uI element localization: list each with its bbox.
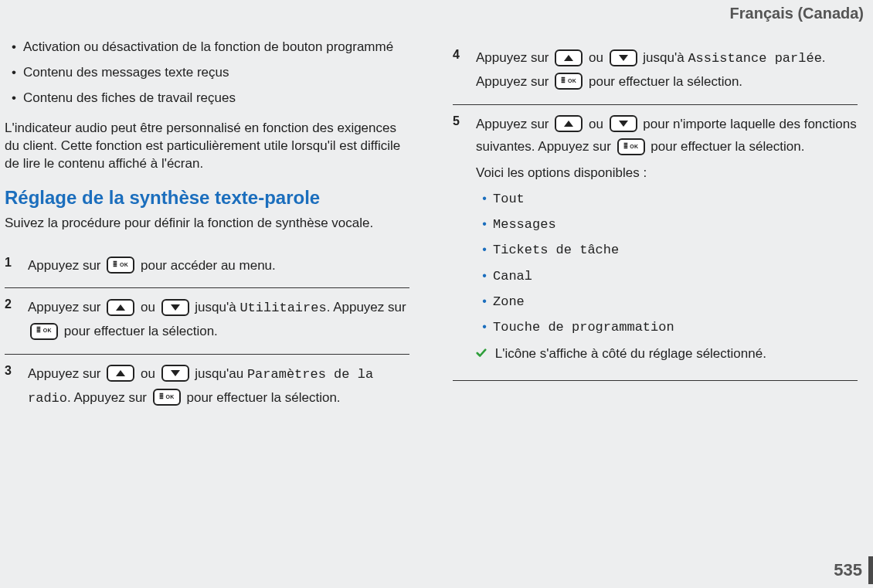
list-item: Zone	[476, 291, 858, 312]
step-number: 4	[453, 46, 468, 93]
option-code: Touche de programmation	[493, 317, 674, 338]
step-body: Appuyez sur ou jusqu'à Assistance parlée…	[476, 46, 858, 93]
steps-list-left: 1 Appuyez sur pour accéder au menu. 2 Ap…	[5, 246, 409, 421]
step-text: jusqu'à	[643, 50, 688, 65]
list-item: Tout	[476, 189, 858, 209]
step-text: Appuyez sur	[476, 117, 552, 131]
option-code: Messages	[493, 214, 556, 235]
section-heading: Réglage de la synthèse texte-parole	[5, 187, 409, 209]
list-item: Canal	[476, 266, 858, 287]
list-item: Messages	[476, 214, 858, 235]
bullet-text: Contenu des fiches de travail reçues	[23, 90, 236, 107]
ok-button-icon	[617, 138, 645, 155]
step-5: 5 Appuyez sur ou pour n'importe laquelle…	[453, 105, 858, 382]
options-list: Tout Messages Tickets de tâche Canal Zon…	[476, 189, 858, 338]
step-text: ou	[141, 300, 159, 314]
step-body: Appuyez sur ou jusqu'au Paramètres de la…	[28, 362, 409, 410]
checkmark-icon	[476, 348, 487, 359]
step-text: pour effectuer la sélection.	[64, 324, 218, 338]
intro-paragraph: L'indicateur audio peut être personnalis…	[5, 120, 409, 173]
list-item: Contenu des messages texte reçus	[5, 64, 409, 82]
step-2: 2 Appuyez sur ou jusqu'à Utilitaires. Ap…	[5, 288, 409, 355]
step-number: 1	[5, 254, 20, 277]
up-button-icon	[555, 115, 583, 132]
note-text: L'icône s'affiche à côté du réglage séle…	[491, 346, 766, 361]
list-item: Activation ou désactivation de la foncti…	[5, 39, 409, 56]
page-number: 535	[834, 560, 862, 580]
page: Français (Canada) Activation ou désactiv…	[0, 0, 873, 588]
step-number: 3	[5, 362, 20, 410]
step-text: . Appuyez sur	[67, 390, 151, 405]
step-4: 4 Appuyez sur ou jusqu'à Assistance parl…	[453, 39, 858, 105]
list-item: Tickets de tâche	[476, 240, 858, 260]
list-item: Contenu des fiches de travail reçues	[5, 90, 409, 107]
content-columns: Activation ou désactivation de la foncti…	[0, 0, 873, 420]
step-text: ou	[589, 117, 607, 131]
step-text: Appuyez sur	[28, 258, 104, 273]
menu-code: Utilitaires	[239, 301, 326, 315]
list-item: Touche de programmation	[476, 317, 858, 338]
step-text: pour accéder au menu.	[141, 258, 276, 273]
step-text: . Appuyez sur	[327, 300, 406, 314]
step-text: pour effectuer la sélection.	[186, 390, 340, 405]
ok-button-icon	[30, 323, 58, 340]
step-text: jusqu'au	[195, 366, 247, 381]
options-block: Voici les options disponibles : Tout Mes…	[476, 165, 858, 363]
option-code: Tout	[493, 189, 525, 209]
step-text: pour effectuer la sélection.	[651, 139, 804, 154]
side-tab-marker	[868, 556, 873, 584]
step-number: 2	[5, 296, 20, 343]
step-text: Appuyez sur	[476, 50, 552, 65]
step-text: ou	[589, 50, 607, 65]
up-button-icon	[107, 365, 134, 382]
step-text: jusqu'à	[195, 300, 239, 314]
bullet-text: Contenu des messages texte reçus	[23, 64, 229, 82]
ok-button-icon	[107, 257, 134, 274]
header-language: Français (Canada)	[730, 5, 864, 22]
step-text: Appuyez sur	[28, 300, 104, 314]
up-button-icon	[107, 299, 134, 316]
step-body: Appuyez sur ou pour n'importe laquelle d…	[476, 113, 858, 370]
left-column: Activation ou désactivation de la foncti…	[5, 39, 409, 420]
step-text: ou	[141, 366, 159, 381]
step-text: Appuyez sur	[28, 366, 104, 381]
step-body: Appuyez sur pour accéder au menu.	[28, 254, 409, 277]
up-button-icon	[555, 49, 583, 66]
options-note: L'icône s'affiche à côté du réglage séle…	[476, 345, 858, 363]
down-button-icon	[610, 49, 637, 66]
ok-button-icon	[153, 389, 181, 406]
bullet-text: Activation ou désactivation de la foncti…	[23, 39, 393, 56]
step-number: 5	[453, 113, 468, 370]
menu-code: Assistance parlée	[688, 51, 821, 66]
section-subparagraph: Suivez la procédure pour définir la fonc…	[5, 215, 409, 233]
down-button-icon	[610, 115, 637, 132]
right-column: 4 Appuyez sur ou jusqu'à Assistance parl…	[453, 39, 858, 420]
step-1: 1 Appuyez sur pour accéder au menu.	[5, 246, 409, 289]
ok-button-icon	[555, 73, 583, 90]
option-code: Tickets de tâche	[493, 240, 619, 260]
intro-bullet-list: Activation ou désactivation de la foncti…	[5, 39, 409, 107]
down-button-icon	[161, 299, 189, 316]
down-button-icon	[161, 365, 189, 382]
option-code: Canal	[493, 266, 532, 287]
option-code: Zone	[493, 291, 525, 312]
step-3: 3 Appuyez sur ou jusqu'au Paramètres de …	[5, 355, 409, 421]
steps-list-right: 4 Appuyez sur ou jusqu'à Assistance parl…	[453, 39, 858, 381]
step-text: pour effectuer la sélection.	[589, 74, 742, 89]
step-body: Appuyez sur ou jusqu'à Utilitaires. Appu…	[28, 296, 409, 343]
options-intro: Voici les options disponibles :	[476, 165, 858, 182]
